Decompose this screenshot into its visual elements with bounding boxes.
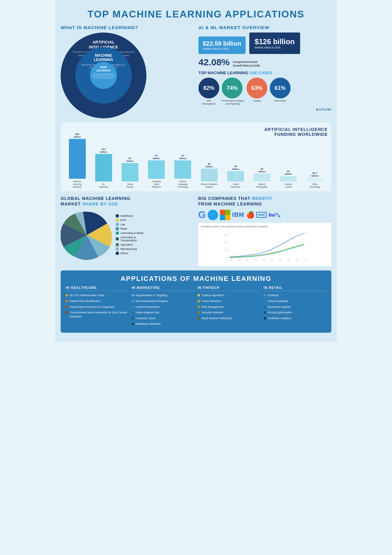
bar-va-amount: $3billion	[232, 165, 239, 170]
legend-others: Others	[116, 252, 194, 255]
text-mktg-attr: Marketing Attribution	[136, 322, 161, 326]
bar-video-amount: $0.7billion	[311, 172, 318, 177]
ai-ml-market-panel: AI & ML MARKET OVERVIEW $22.59 billion M…	[198, 25, 331, 118]
text-virtual-asst: Virtual Assistants	[268, 299, 288, 303]
use-cases-grid: 82% RiskManagement 74% Performance Analy…	[198, 78, 331, 105]
ibm-logo: IBM	[232, 211, 244, 218]
market-2025-label: Market Value in 2025	[255, 46, 295, 49]
twitter-logo: 🐦	[208, 210, 218, 220]
use-case-risk: 82% RiskManagement	[198, 78, 219, 105]
use-case-auto-circle: 61%	[270, 78, 291, 98]
svg-text:G: G	[305, 232, 306, 233]
bar-rec-label: RecommendationEngines	[201, 183, 218, 188]
section-what-is-ml: WHAT IS MACHINE LEARNING? ARTIFICIALINTE…	[61, 25, 331, 118]
apple-logo: 🍎	[246, 211, 254, 219]
market-2025: $126 billion Market Value in 2025	[249, 33, 300, 54]
dot-stock	[198, 317, 200, 320]
legend-dot-healthcare	[116, 214, 119, 217]
use-case-perf-label: Performance Analysisand Reporting	[222, 99, 244, 105]
use-case-auto-label: Automation	[270, 99, 291, 102]
text-nlp: NLP for Administrative Tasks	[70, 293, 104, 297]
item-chatbots: Chatbots	[264, 293, 327, 297]
legend-dot-mfg	[116, 247, 119, 251]
line-chart: 0 10 20 30 2010 2011 2012 2013 2014 2015…	[201, 229, 329, 262]
bar-smart-robots: $7billion SmartRobots	[117, 157, 143, 188]
global-market-title: GLOBAL MACHINE LEARNINGMARKET SHARE BY U…	[61, 196, 194, 207]
item-risk-mgmt: Risk Management	[198, 305, 261, 309]
dot-virtual-asst	[264, 300, 266, 302]
bar-gesture-amount: $1billion	[285, 170, 292, 175]
dot-chatbots	[264, 294, 266, 297]
pie-chart	[61, 209, 113, 261]
legend-label-auto: Automotive &Transportation	[120, 236, 137, 242]
market-2020: $22.59 billion Market Value in 2020	[198, 36, 246, 54]
what-is-ml-panel: WHAT IS MACHINE LEARNING? ARTIFICIALINTE…	[61, 25, 194, 118]
col-retail: IN RETAIL Chatbots Virtual Assistants Se…	[264, 286, 327, 328]
legend-label-adv: Advertising & Media	[120, 232, 144, 235]
item-seg: Segmentation & Targeting	[132, 293, 195, 297]
col-fintech: IN FINTECH Trading Algorithms Fraud Dete…	[198, 286, 261, 328]
use-case-risk-circle: 82%	[198, 78, 219, 98]
pie-legend-row: Healthcare BFSI Law Retail	[61, 209, 194, 261]
col-marketing-heading: IN MARKETING	[132, 286, 195, 291]
apps-title: APPLICATIONS OF MACHINE LEARNING	[66, 275, 326, 283]
bar-video: $0.7billion VideoRecording	[302, 172, 328, 188]
svg-text:0: 0	[226, 257, 227, 259]
use-case-trading-circle: 63%	[247, 78, 267, 98]
legend-dot-law	[116, 223, 119, 226]
microsoft-logo	[220, 210, 230, 220]
legend-label-agr: Agriculture	[120, 243, 133, 246]
col-marketing: IN MARKETING Segmentation & Targeting Re…	[132, 286, 195, 328]
market-title: AI & ML MARKET OVERVIEW	[198, 25, 331, 30]
bar-mlp-rect	[95, 154, 112, 182]
text-predictive: Predictive Analytics	[268, 316, 292, 320]
use-cases-title: TOP MACHINE LEARNING USE CASES	[198, 71, 331, 75]
legend-label-retail: Retail	[120, 227, 127, 230]
use-case-perf-circle: 74%	[222, 78, 243, 98]
item-rec-eng: Recommendation Engines	[132, 299, 195, 303]
apps-grid: IN HEALTHCARE NLP for Administrative Tas…	[66, 286, 326, 328]
item-virtual-asst: Virtual Assistants	[264, 299, 327, 303]
text-sentiment: Sentiment Analysis	[268, 305, 291, 309]
company-logos: G 🐦 IBM 🍎 intel Bai🐾	[198, 209, 331, 220]
svg-text:2012: 2012	[246, 259, 249, 261]
text-pricing: Pricing Optimization	[268, 311, 292, 315]
dot-mktg-attr	[132, 323, 134, 325]
global-market-panel: GLOBAL MACHINE LEARNINGMARKET SHARE BY U…	[61, 196, 194, 266]
bar-speech: $2billion SpeechRecognition	[249, 167, 275, 188]
item-trading-algo: Trading Algorithms	[198, 293, 261, 297]
item-fraud: Fraud Detection	[198, 299, 261, 303]
dot-nlp	[66, 294, 68, 297]
bar-nlp-amount: $7billion	[179, 154, 187, 160]
bar-ml-platforms: $14billion MLPlatforms	[91, 148, 116, 188]
google-logo: G	[198, 209, 206, 220]
legend: Healthcare BFSI Law Retail	[116, 214, 194, 256]
dot-predictive	[264, 317, 266, 320]
baidu-logo: Bai🐾	[269, 212, 281, 217]
legend-dot-retail	[116, 227, 119, 230]
dot-risk-mgmt	[198, 306, 200, 308]
dot-cnn	[66, 311, 68, 314]
dl-desc: Subset of machine learning which utilize…	[90, 73, 117, 79]
text-rec-eng: Recommendation Engines	[136, 299, 168, 303]
dot-trading-algo	[198, 294, 200, 297]
svg-text:2016: 2016	[279, 259, 282, 261]
text-visual-data: Visual Data Processes for Diagnosis	[70, 305, 114, 309]
legend-retail: Retail	[116, 227, 194, 230]
legend-label-law: Law	[120, 223, 125, 226]
bar-sr-amount: $7billion	[126, 157, 134, 163]
svg-text:2017: 2017	[288, 259, 291, 261]
item-sentiment: Sentiment Analysis	[264, 305, 327, 309]
bar-ml-amount: $28billion	[74, 133, 81, 138]
svg-text:2019: 2019	[304, 259, 307, 261]
bar-cv-amount: $7billion	[153, 154, 160, 160]
svg-text:2015: 2015	[271, 259, 274, 261]
cagr-section: 42.08% Compound AnnualGrowth Rate (CAGR)	[198, 57, 331, 67]
big-companies-panel: BIG COMPANIES THAT BENEFITFROM MACHINE L…	[198, 196, 331, 266]
market-2025-amount: $126 billion	[255, 37, 295, 46]
item-hyper: Hyper-targeted Ads	[132, 311, 195, 315]
bar-rec-amount: $4billion	[205, 163, 213, 168]
use-case-trading-label: Trading	[247, 99, 267, 102]
use-case-trading: 63% Trading	[247, 78, 267, 105]
item-stock: Stock Market Predictions	[198, 316, 261, 320]
